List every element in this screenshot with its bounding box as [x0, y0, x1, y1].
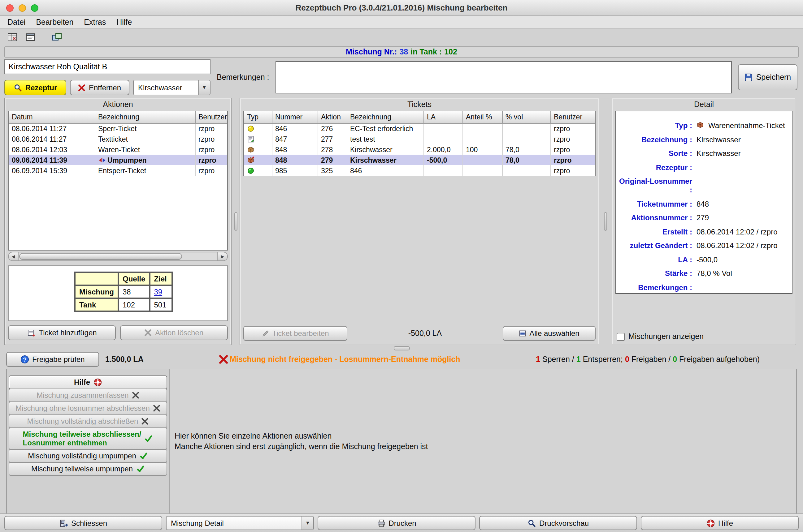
zoom-window-button[interactable]	[31, 4, 38, 12]
x-icon	[141, 418, 149, 425]
detail-ticketnummer-label: Ticketnummer :	[619, 200, 696, 208]
scroll-left-icon[interactable]: ◀	[9, 252, 19, 261]
detail-title: Detail	[615, 100, 792, 111]
pencil-icon	[261, 330, 269, 337]
druckvorschau-label: Druckvorschau	[539, 519, 589, 527]
tickets-col-aktion[interactable]: Aktion	[317, 111, 347, 123]
tickets-col-la[interactable]: LA	[423, 111, 462, 123]
detail-erstellt-value: 08.06.2014 12:02 / rzpro	[696, 227, 778, 236]
aktionen-row[interactable]: 08.06.2014 11:27Sperr-Ticketrzpro	[9, 123, 227, 134]
action-zusammenfassen[interactable]: Mischung zusammenfassen	[9, 388, 167, 402]
druckvorschau-button[interactable]: Druckvorschau	[479, 516, 637, 530]
detail-aktionsnummer-value: 279	[696, 213, 709, 222]
splitter-grip[interactable]	[394, 346, 409, 350]
action-hilfe[interactable]: Hilfe	[9, 376, 167, 389]
tickets-col-vol[interactable]: % vol	[502, 111, 550, 123]
window-controls	[6, 4, 38, 12]
speichern-button[interactable]: Speichern	[738, 64, 798, 90]
scroll-thumb[interactable]	[19, 253, 182, 260]
question-icon: ?	[20, 355, 29, 364]
detail-form-icon[interactable]	[24, 32, 37, 43]
detail-geaendert-label: zuletzt Geändert :	[619, 241, 696, 250]
action-hilfe-label: Hilfe	[74, 378, 90, 387]
close-window-button[interactable]	[6, 4, 14, 12]
alle-auswaehlen-button[interactable]: Alle auswählen	[503, 326, 596, 341]
drucken-button[interactable]: Drucken	[317, 516, 475, 530]
action-vollstaendig-umpumpen[interactable]: Mischung vollständig umpumpen	[9, 449, 167, 463]
grid-window-icon[interactable]	[6, 32, 19, 43]
transfer-row-mischung: Mischung	[75, 285, 118, 298]
aktionen-row[interactable]: 08.06.2014 11:27Textticketrzpro	[9, 134, 227, 144]
schliessen-button[interactable]: Schliessen	[4, 516, 162, 530]
aktion-loeschen-button[interactable]: Aktion löschen	[120, 325, 228, 340]
cascade-windows-icon[interactable]	[51, 32, 63, 43]
actions-menu: Hilfe Mischung zusammenfassen Mischung o…	[7, 369, 170, 514]
vertical-splitter-right[interactable]	[599, 98, 612, 345]
ansicht-dropdown[interactable]: Mischung Detail ▼	[166, 516, 314, 530]
menu-datei[interactable]: Datei	[7, 18, 25, 26]
aktionen-row[interactable]: 06.09.2014 15:39Entsperr-Ticketrzpro	[9, 165, 227, 176]
hilfe-button[interactable]: Hilfe	[641, 516, 799, 530]
action-ohne-losnummer[interactable]: Mischung ohne losnummer abschliessen	[9, 401, 167, 415]
menu-extras[interactable]: Extras	[84, 18, 106, 26]
aufgehoben-count: 0	[673, 355, 677, 364]
action-teilweise-abschliessen[interactable]: Mischung teilweise abschliessen/ Losnumm…	[9, 428, 167, 450]
mischungen-anzeigen-checkbox[interactable]	[617, 332, 625, 341]
rezeptur-button[interactable]: Rezeptur	[4, 80, 66, 95]
mischungen-anzeigen-label: Mischungen anzeigen	[628, 332, 704, 341]
scroll-right-icon[interactable]: ▶	[217, 252, 227, 261]
menubar: Datei Bearbeiten Extras Hilfe	[0, 16, 803, 29]
search-icon	[14, 83, 22, 92]
minimize-window-button[interactable]	[19, 4, 26, 12]
tickets-col-typ[interactable]: Typ	[244, 111, 272, 123]
chevron-down-icon: ▼	[302, 516, 313, 530]
menu-hilfe[interactable]: Hilfe	[116, 18, 132, 26]
ticket-bearbeiten-button[interactable]: Ticket bearbeiten	[243, 326, 347, 341]
mischung-label: Mischung Nr.:	[346, 48, 397, 56]
aktionen-col-benutzer[interactable]: Benutzer	[195, 111, 227, 123]
red-x-icon	[78, 84, 86, 91]
tickets-row[interactable]: 846276EC-Test erforderlich rzpro	[244, 123, 595, 134]
tickets-col-anteil[interactable]: Anteil %	[462, 111, 502, 123]
entfernen-button[interactable]: Entfernen	[70, 80, 129, 95]
check-icon	[136, 464, 145, 473]
gray-x-icon	[145, 329, 152, 337]
action-ohne-losnummer-label: Mischung ohne losnummer abschliessen	[16, 404, 150, 413]
vertical-splitter-left[interactable]	[232, 98, 240, 345]
detail-erstellt-label: Erstellt :	[619, 227, 696, 236]
tickets-summe-la: -500,0 LA	[347, 329, 503, 338]
entfernen-label: Entfernen	[89, 83, 121, 92]
aktionen-row-selected[interactable]: 09.06.2014 11:39 Umpumpen rzpro	[9, 155, 227, 165]
detail-bezeichnung-value: Kirschwasser	[696, 135, 741, 144]
splitter-grip[interactable]	[604, 212, 607, 231]
aktionen-row[interactable]: 08.06.2014 12:03Waren-Ticketrzpro	[9, 144, 227, 155]
sorte-dropdown[interactable]: Kirschwasser ▼	[133, 80, 211, 95]
text-ticket-icon	[247, 135, 254, 142]
scroll-track[interactable]	[19, 252, 217, 261]
aktionen-hscrollbar[interactable]: ◀ ▶	[8, 252, 228, 261]
drucken-label: Drucken	[388, 519, 416, 527]
tickets-row[interactable]: 848278Kirschwasser 2.000,010078,0rzpro	[244, 144, 595, 155]
horizontal-splitter[interactable]	[0, 345, 803, 352]
action-teilweise-umpumpen[interactable]: Mischung teilweise umpumpen	[9, 462, 167, 476]
ticket-hinzufuegen-button[interactable]: Ticket hinzufügen	[8, 325, 116, 340]
freigabe-pruefen-label: Freigabe prüfen	[32, 355, 85, 364]
tickets-col-benutzer[interactable]: Benutzer	[550, 111, 595, 123]
transfer-mischung-ziel-link[interactable]: 39	[154, 287, 162, 296]
transfer-row-tank: Tank	[75, 298, 118, 311]
mischung-name-input[interactable]	[4, 59, 211, 74]
splitter-grip[interactable]	[234, 212, 237, 231]
detail-aktionsnummer-label: Aktionsnummer :	[619, 213, 696, 222]
tickets-row-selected[interactable]: 848279Kirschwasser -500,078,0rzpro	[244, 155, 595, 165]
tickets-row[interactable]: 985325846 rzpro	[244, 165, 595, 176]
tickets-col-nummer[interactable]: Nummer	[272, 111, 317, 123]
tickets-row[interactable]: 847277test test rzpro	[244, 134, 595, 144]
freigabe-pruefen-button[interactable]: ? Freigabe prüfen	[6, 352, 99, 367]
action-vollstaendig-abschliessen[interactable]: Mischung vollständig abschließen	[9, 415, 167, 428]
aktionen-col-bezeichnung[interactable]: Bezeichnung	[95, 111, 195, 123]
aktionen-col-datum[interactable]: Datum	[9, 111, 95, 123]
bemerkungen-textarea[interactable]	[275, 61, 732, 93]
form-area: Rezeptur Entfernen Kirschwasser ▼ Bemerk…	[4, 59, 799, 95]
menu-bearbeiten[interactable]: Bearbeiten	[36, 18, 73, 26]
tickets-col-bezeichnung[interactable]: Bezeichnung	[347, 111, 423, 123]
